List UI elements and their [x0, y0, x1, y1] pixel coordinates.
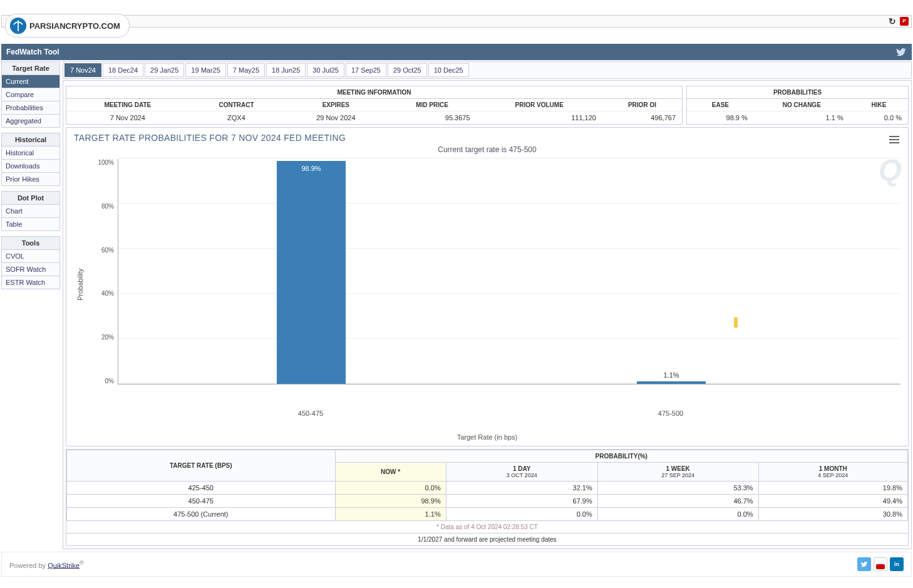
- sidebar-item-prior-hikes[interactable]: Prior Hikes: [1, 173, 60, 186]
- sidebar: Target RateCurrentCompareProbabilitiesAg…: [1, 61, 60, 549]
- brand-logo: PARSIANCRYPTO.COM: [5, 14, 130, 38]
- tab-29oct25[interactable]: 29 Oct25: [388, 63, 427, 77]
- chart-plot: 98.9%1.1%: [118, 159, 900, 384]
- sidebar-head: Historical: [1, 133, 60, 147]
- tab-7nov24[interactable]: 7 Nov24: [64, 63, 101, 77]
- app-title: FedWatch Tool: [6, 48, 59, 56]
- title-bar: FedWatch Tool: [1, 44, 912, 60]
- sidebar-item-probabilities[interactable]: Probabilities: [1, 101, 60, 115]
- tab-19mar25[interactable]: 19 Mar25: [185, 63, 225, 77]
- col-header-rate: TARGET RATE (BPS): [67, 450, 336, 482]
- x-axis-label: Target Rate (in bps): [74, 433, 900, 441]
- meeting-info-box: MEETING INFORMATION MEETING DATECONTRACT…: [66, 86, 683, 125]
- sidebar-item-downloads[interactable]: Downloads: [1, 160, 60, 173]
- sidebar-item-table[interactable]: Table: [1, 218, 60, 231]
- marker-icon: [734, 317, 738, 328]
- footnote-data-asof: * Data as of 4 Oct 2024 02:28:53 CT: [66, 521, 908, 533]
- brand-bar: PARSIANCRYPTO.COM ↻ P: [1, 15, 912, 43]
- table-row: 475-500 (Current)1.1%0.0%0.0%30.8%: [67, 508, 908, 521]
- table-row: 450-47598.9%67.9%46.7%49.4%: [67, 495, 908, 508]
- chart-subtitle: Current target rate is 475-500: [74, 145, 900, 154]
- sidebar-head: Dot Plot: [1, 191, 60, 205]
- sidebar-head: Tools: [1, 236, 60, 250]
- sidebar-item-sofr-watch[interactable]: SOFR Watch: [1, 263, 60, 276]
- probabilities-box: PROBABILITIES EASENO CHANGEHIKE98.9 %1.1…: [686, 86, 909, 125]
- sidebar-item-historical[interactable]: Historical: [1, 147, 60, 160]
- date-tabs: 7 Nov2418 Dec2429 Jan2519 Mar257 May2518…: [63, 61, 912, 79]
- bar-450-475: [277, 161, 346, 384]
- tab-17sep25[interactable]: 17 Sep25: [346, 63, 386, 77]
- chart-title: TARGET RATE PROBABILITIES FOR 7 NOV 2024…: [74, 133, 900, 143]
- probability-table: TARGET RATE (BPS) PROBABILITY(%) NOW *1 …: [66, 449, 909, 546]
- chart-menu-icon[interactable]: [889, 134, 899, 145]
- sidebar-item-estr-watch[interactable]: ESTR Watch: [1, 276, 60, 289]
- tab-29jan25[interactable]: 29 Jan25: [145, 63, 184, 77]
- tab-18dec24[interactable]: 18 Dec24: [103, 63, 143, 77]
- tab-18jun25[interactable]: 18 Jun25: [266, 63, 306, 77]
- linkedin-icon[interactable]: in: [890, 557, 904, 571]
- y-axis-ticks: 100%80%60%40%20%0%: [86, 159, 118, 384]
- twitter-icon[interactable]: [895, 46, 907, 58]
- twitter-icon[interactable]: [857, 557, 871, 571]
- tab-10dec25[interactable]: 10 Dec25: [428, 63, 469, 77]
- sidebar-item-current[interactable]: Current: [1, 75, 60, 88]
- sidebar-head: Target Rate: [1, 61, 60, 75]
- table-row: 425-4500.0%32.1%53.3%19.8%: [67, 482, 908, 495]
- bar-475-500: [637, 381, 706, 384]
- sidebar-item-chart[interactable]: Chart: [1, 205, 60, 218]
- probabilities-title: PROBABILITIES: [687, 86, 908, 99]
- footer: Powered by QuikStrike® You in: [1, 552, 912, 577]
- col-header-prob: PROBABILITY(%): [335, 450, 907, 463]
- pdf-icon[interactable]: P: [900, 17, 909, 26]
- meeting-info-title: MEETING INFORMATION: [66, 86, 682, 99]
- sidebar-item-aggregated[interactable]: Aggregated: [1, 115, 60, 128]
- sidebar-item-cvol[interactable]: CVOL: [1, 250, 60, 263]
- quikstrike-link[interactable]: QuikStrike: [48, 561, 80, 569]
- footnote-projected: 1/1/2027 and forward are projected meeti…: [66, 533, 908, 545]
- youtube-icon[interactable]: You: [874, 557, 887, 571]
- tab-30jul25[interactable]: 30 Jul25: [307, 63, 344, 77]
- refresh-icon[interactable]: ↻: [889, 16, 896, 26]
- sidebar-item-compare[interactable]: Compare: [1, 88, 60, 101]
- chart-panel: TARGET RATE PROBABILITIES FOR 7 NOV 2024…: [66, 127, 909, 446]
- y-axis-label: Probability: [74, 159, 86, 410]
- tab-7may25[interactable]: 7 May25: [227, 63, 265, 77]
